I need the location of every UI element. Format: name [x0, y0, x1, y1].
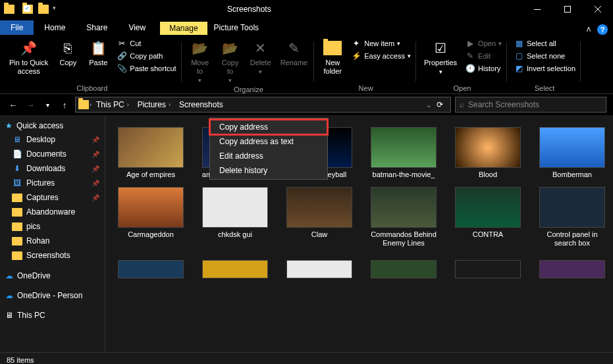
- address-dropdown-icon[interactable]: ⌄: [426, 101, 431, 109]
- file-item[interactable]: [280, 260, 358, 278]
- thumbnail: [118, 260, 184, 278]
- new-folder-button[interactable]: New folder: [319, 38, 346, 77]
- up-button[interactable]: ↑: [58, 98, 71, 111]
- breadcrumb-screenshots[interactable]: Screenshots: [175, 100, 227, 109]
- file-item[interactable]: batman-the-movie_: [365, 127, 442, 179]
- cut-button[interactable]: ✂Cut: [115, 38, 177, 49]
- thumbnail: [371, 187, 437, 228]
- file-caption: batman-the-movie_: [373, 170, 435, 179]
- file-item[interactable]: [365, 260, 442, 278]
- pin-quick-access-button[interactable]: 📌Pin to Quick access: [7, 38, 51, 77]
- properties-button[interactable]: ☑Properties▾: [421, 38, 460, 77]
- file-item[interactable]: [196, 260, 274, 278]
- manage-context-tab[interactable]: Manage: [160, 22, 207, 35]
- file-caption: Commandos Behind Enemy Lines: [367, 230, 440, 247]
- breadcrumb-thispc[interactable]: This PC›: [92, 100, 133, 109]
- qat-new-folder-icon[interactable]: [38, 5, 49, 14]
- sidebar-item-rohan[interactable]: Rohan: [0, 234, 105, 248]
- ctx-copy-address[interactable]: Copy address: [210, 120, 327, 134]
- sidebar-item-documents[interactable]: 📄Documents📌: [0, 147, 105, 161]
- sidebar-item-pictures[interactable]: 🖼Pictures📌: [0, 176, 105, 190]
- thumbnail: [202, 187, 268, 228]
- qat-properties-icon[interactable]: ✓: [22, 5, 33, 14]
- file-item[interactable]: CONTRA: [449, 187, 527, 247]
- file-item[interactable]: Bomberman: [533, 127, 611, 179]
- rename-button[interactable]: ✎Rename: [278, 38, 311, 68]
- delete-button[interactable]: ✕Delete▾: [248, 38, 274, 77]
- file-item[interactable]: [112, 260, 190, 278]
- copy-path-button[interactable]: 🔗Copy path: [115, 50, 177, 62]
- refresh-button[interactable]: ⟳: [432, 100, 448, 109]
- file-caption: Blood: [479, 170, 497, 179]
- file-caption: CONTRA: [473, 230, 503, 239]
- qat-dropdown-icon[interactable]: ▾: [53, 5, 56, 14]
- forward-button[interactable]: →: [24, 98, 37, 111]
- ctx-edit-address[interactable]: Edit address: [210, 149, 327, 163]
- file-caption: Claw: [311, 230, 327, 239]
- qat-folder-icon[interactable]: [4, 5, 14, 14]
- file-item[interactable]: chkdsk gui: [196, 187, 274, 247]
- file-item[interactable]: Control panel in search box: [533, 187, 611, 247]
- sidebar-item-screenshots[interactable]: Screenshots: [0, 248, 105, 263]
- file-item[interactable]: Blood: [449, 127, 527, 179]
- sidebar-item-desktop[interactable]: 🖥Desktop📌: [0, 132, 105, 147]
- sidebar-onedrive-personal[interactable]: ☁OneDrive - Person: [0, 289, 105, 302]
- sidebar-item-abandonware[interactable]: Abandonware: [0, 205, 105, 219]
- sidebar-item-pics[interactable]: pics: [0, 219, 105, 234]
- file-item[interactable]: Age of empires: [112, 127, 190, 179]
- thumbnail: [539, 187, 605, 228]
- sidebar-item-downloads[interactable]: ⬇Downloads📌: [0, 161, 105, 176]
- file-item[interactable]: [533, 260, 611, 278]
- easy-access-button[interactable]: ⚡Easy access▾: [350, 50, 412, 62]
- home-tab[interactable]: Home: [34, 20, 76, 35]
- close-button[interactable]: [583, 0, 613, 18]
- paste-shortcut-button[interactable]: 📎Paste shortcut: [115, 63, 177, 74]
- file-tab[interactable]: File: [0, 20, 34, 35]
- file-item[interactable]: Carmageddon: [112, 187, 190, 247]
- select-none-button[interactable]: ▢Select none: [512, 50, 577, 62]
- copy-to-button[interactable]: 📂Copy to▾: [217, 38, 244, 86]
- help-icon[interactable]: ?: [597, 24, 608, 35]
- view-tab[interactable]: View: [118, 20, 156, 35]
- thumbnail: [286, 260, 352, 278]
- thumbnail: [371, 260, 437, 278]
- select-group-label: Select: [535, 84, 555, 93]
- breadcrumb-pictures[interactable]: Pictures›: [134, 100, 174, 109]
- move-to-button[interactable]: 📂Move to▾: [187, 38, 213, 86]
- thumbnail: [371, 127, 437, 168]
- edit-button[interactable]: ✎Edit: [464, 50, 503, 62]
- open-button[interactable]: ▶Open▾: [464, 38, 503, 49]
- picture-tools-tab[interactable]: Picture Tools: [207, 20, 265, 35]
- new-item-button[interactable]: ✦New item▾: [350, 38, 412, 49]
- select-all-button[interactable]: ▦Select all: [512, 38, 577, 49]
- maximize-button[interactable]: [552, 0, 583, 18]
- file-list[interactable]: Copy address Copy address as text Edit a…: [105, 115, 613, 352]
- thumbnail: [539, 260, 605, 278]
- file-item[interactable]: Commandos Behind Enemy Lines: [365, 187, 442, 247]
- address-folder-icon: [78, 100, 89, 109]
- recent-dropdown[interactable]: ▾: [41, 98, 54, 111]
- sidebar-item-captures[interactable]: Captures📌: [0, 190, 105, 205]
- address-bar[interactable]: › This PC› Pictures› Screenshots ⌄ ⟳: [75, 97, 451, 113]
- sidebar-this-pc[interactable]: 🖥This PC: [0, 309, 105, 322]
- copy-button[interactable]: ⎘Copy: [55, 38, 81, 68]
- share-tab[interactable]: Share: [76, 20, 118, 35]
- thumbnail: [202, 260, 268, 278]
- file-item[interactable]: [449, 260, 527, 278]
- ribbon-collapse-icon[interactable]: ᐱ: [587, 26, 591, 33]
- search-input[interactable]: ⌕ Search Screenshots: [455, 97, 606, 113]
- history-button[interactable]: 🕘History: [464, 63, 503, 74]
- sidebar-onedrive[interactable]: ☁OneDrive: [0, 269, 105, 282]
- sidebar-quick-access[interactable]: ★Quick access: [0, 119, 105, 132]
- minimize-button[interactable]: [522, 0, 552, 18]
- file-caption: Carmageddon: [128, 230, 174, 239]
- ctx-delete-history[interactable]: Delete history: [210, 163, 327, 178]
- ctx-copy-address-text[interactable]: Copy address as text: [210, 134, 327, 149]
- paste-button[interactable]: 📋Paste: [85, 38, 111, 68]
- back-button[interactable]: ←: [7, 98, 20, 111]
- file-caption: Age of empires: [126, 170, 175, 179]
- file-item[interactable]: Claw: [280, 187, 358, 247]
- file-caption: Bomberman: [552, 170, 592, 179]
- thumbnail: [455, 187, 521, 228]
- invert-selection-button[interactable]: ◩Invert selection: [512, 63, 577, 74]
